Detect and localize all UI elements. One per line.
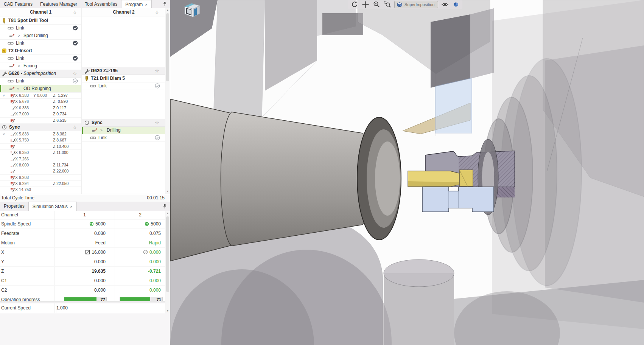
close-icon[interactable]: × [70,204,72,209]
pan-view-icon[interactable] [361,1,370,8]
drilling-op-icon [92,128,97,132]
sync-clock-icon [2,125,7,130]
spot-drilling-op-icon [9,33,14,38]
tree-item-tool-t2[interactable]: T2 D-Insert [0,47,81,55]
program-tree: Channel 1 ☆ T81 Spot Drill Tool Link >Sp… [0,8,170,194]
tree-group-g620-z195[interactable]: G620 Z=-195☆ [82,67,166,75]
zoom-window-icon[interactable] [383,1,392,8]
tree-item-tool-t21[interactable]: T21 Drill Diam 5 [82,75,166,82]
toolpath-move-row[interactable]: X 6.350Z 11.000 [0,150,81,156]
toolpath-move-row[interactable]: X 14.753 [0,187,81,193]
toolpath-move-row[interactable]: X 7.000Z 0.734 [0,111,81,117]
facing-op-icon [9,64,14,68]
tree-item-link[interactable]: Link [0,78,81,85]
link-icon [90,136,96,140]
superimposition-dropdown[interactable]: SuperImposition [394,1,438,8]
machine-view-cube-icon[interactable] [182,1,202,19]
scrollbar-thumb[interactable] [166,13,169,81]
toolpath-move-row[interactable]: X 5.750Z 8.687 [0,137,81,143]
3d-model-icon[interactable] [452,1,460,8]
channel2-header[interactable]: Channel 2 ☆ [82,8,166,17]
3d-viewport[interactable]: SuperImposition [170,0,644,345]
scroll-up-icon[interactable]: ▲ [165,211,170,216]
favorite-star-icon[interactable]: ☆ [73,70,77,77]
scroll-up-icon[interactable]: ▲ [165,8,170,12]
favorite-star-icon[interactable]: ☆ [73,8,77,17]
tab-program[interactable]: Program× [121,0,151,8]
tree-item-link[interactable]: Link [82,134,166,142]
rotate-view-icon[interactable] [350,1,359,8]
visibility-eye-icon[interactable] [441,1,449,8]
tab-tool-assemblies[interactable]: Tool Assemblies [81,0,121,8]
tree-item-link[interactable]: Link [82,82,166,90]
check-outline-icon[interactable] [155,135,160,140]
link-icon [8,56,14,61]
toolpath-move-row[interactable]: X 6.383Z 0.117 [0,105,81,111]
circle-slash-icon [143,250,148,255]
check-outline-icon[interactable] [155,83,160,89]
toolpath-rapid-icon [10,151,16,155]
tab-cad-features[interactable]: CAD Features [0,0,36,8]
tree-group-sync[interactable]: Sync☆ [82,119,166,127]
tree-group-sync[interactable]: Sync☆ [0,124,81,131]
toolpath-move-icon [10,93,16,98]
check-outline-icon[interactable] [73,78,78,84]
toolpath-move-row[interactable]: X 9.294Z 22.050 [0,181,81,187]
tree-group-g620-superimposition[interactable]: G620 - Superimposition☆ [0,70,81,78]
current-speed-value: 1.000 [56,303,68,313]
tab-simulation-status[interactable]: Simulation Status× [28,202,77,211]
scroll-down-icon[interactable]: ▼ [165,309,170,313]
favorite-star-icon[interactable]: ☆ [73,124,77,131]
channel1-column: Channel 1 ☆ T81 Spot Drill Tool Link >Sp… [0,8,81,194]
table-row-c1: C1 0.000 0.000 [0,276,165,286]
pin-icon[interactable] [163,2,167,6]
toolpath-move-icon [10,132,16,137]
channel1-header[interactable]: Channel 1 ☆ [0,8,81,17]
insert-tool-icon [2,48,6,53]
tree-item-facing[interactable]: >Facing [0,62,81,70]
toolpath-move-row[interactable]: Z 6.515 [0,118,81,124]
tree-item-tool-t81[interactable]: T81 Spot Drill Tool [0,17,81,25]
sync-clock-icon [84,120,89,125]
favorite-star-icon[interactable]: ☆ [155,8,159,17]
tab-properties[interactable]: Properties [0,202,28,211]
favorite-star-icon[interactable]: ☆ [155,67,159,75]
scroll-down-icon[interactable]: ▼ [165,189,170,194]
toolpath-rapid-icon [10,138,16,143]
table-row-x: X 16.000 0.000 [0,248,165,257]
table-row-motion: Motion Feed Rapid [0,238,165,248]
toolpath-move-row[interactable]: X 9.203 [0,175,81,181]
toolpath-move-icon [10,118,16,123]
table-row-spindle-speed: Spindle Speed 5000 5000 [0,219,165,229]
check-filled-icon[interactable] [73,56,78,61]
toolpath-move-row[interactable]: Z 10.400 [0,144,81,150]
toolpath-move-icon [10,157,16,162]
total-cycle-time-value: 00:01:15 [147,194,165,202]
favorite-star-icon[interactable]: ☆ [155,119,159,126]
toolpath-move-row[interactable]: X 5.676Z -0.590 [0,99,81,105]
check-filled-icon[interactable] [73,25,78,31]
toolpath-move-row[interactable]: Z 22.000 [0,168,81,174]
tree-item-spot-drilling[interactable]: >Spot Drilling [0,32,81,40]
tree-item-link[interactable]: Link [0,40,81,47]
application-window: SuperImposition CAD Features Features Ma… [0,0,644,345]
toolpath-move-row[interactable]: X 8.000Z 11.734 [0,162,81,168]
tree-item-link[interactable]: Link [0,55,81,62]
status-scrollbar[interactable]: ▲ ▼ [165,211,170,313]
tree-scrollbar[interactable]: ▲ ▼ [165,8,170,194]
viewport-toolbar: SuperImposition [348,0,462,9]
tree-item-od-roughing[interactable]: >OD Roughing [0,85,81,93]
toolpath-move-row[interactable]: X 7.266 [0,156,81,162]
tab-features-manager[interactable]: Features Manager [36,0,81,8]
check-filled-icon[interactable] [73,40,78,46]
toolpath-move-row[interactable]: >X 6.383Y 0.000Z -1.297 [0,93,81,99]
close-icon[interactable]: × [145,2,147,7]
zoom-icon[interactable] [372,1,381,8]
toolpath-move-row[interactable]: >X 5.833Z 8.382 [0,131,81,137]
total-cycle-time-bar: Total Cycle Time 00:01:15 [0,194,170,202]
tree-item-link[interactable]: Link [0,25,81,32]
wrench-icon [84,68,90,74]
scrollbar-thumb[interactable] [166,216,169,292]
tree-item-drilling[interactable]: >Drilling [82,127,166,134]
pin-icon[interactable] [163,204,167,209]
